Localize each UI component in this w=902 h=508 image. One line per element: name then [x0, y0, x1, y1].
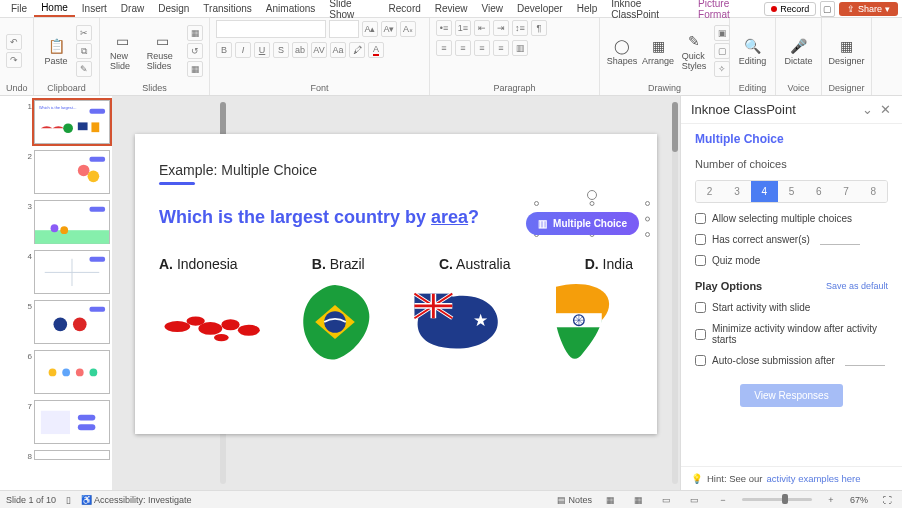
chk-auto-close-box[interactable]: [695, 355, 706, 366]
rotate-handle[interactable]: [587, 190, 597, 200]
save-default-link[interactable]: Save as default: [826, 281, 888, 291]
thumb-3[interactable]: [34, 200, 110, 244]
shape-outline-button[interactable]: ▢: [714, 43, 730, 59]
decrease-font-button[interactable]: A▾: [381, 21, 397, 37]
chk-correct-answers-box[interactable]: [695, 234, 706, 245]
record-button[interactable]: Record: [764, 2, 816, 16]
thumb-4[interactable]: [34, 250, 110, 294]
thumb-5[interactable]: [34, 300, 110, 344]
section-button[interactable]: ▦: [187, 61, 203, 77]
thumb-7[interactable]: [34, 400, 110, 444]
numbering-button[interactable]: 1≡: [455, 20, 471, 36]
tab-developer[interactable]: Developer: [510, 1, 570, 16]
italic-button[interactable]: I: [235, 42, 251, 58]
choice-6[interactable]: 6: [805, 181, 832, 202]
reset-button[interactable]: ↺: [187, 43, 203, 59]
panel-close-button[interactable]: ✕: [878, 102, 892, 117]
chk-correct-answers[interactable]: Has correct answer(s): [695, 234, 888, 245]
chk-quiz-mode[interactable]: Quiz mode: [695, 255, 888, 266]
align-justify-button[interactable]: ≡: [493, 40, 509, 56]
bold-button[interactable]: B: [216, 42, 232, 58]
tab-help[interactable]: Help: [570, 1, 605, 16]
font-family-select[interactable]: [216, 20, 326, 38]
indent-inc-button[interactable]: ⇥: [493, 20, 509, 36]
status-lang-icon[interactable]: ▯: [66, 495, 71, 505]
clear-format-button[interactable]: Aₓ: [400, 21, 416, 37]
underline-button[interactable]: U: [254, 42, 270, 58]
shapes-button[interactable]: ◯Shapes: [606, 34, 638, 68]
chk-start-with-slide[interactable]: Start activity with slide: [695, 302, 888, 313]
zoom-in-button[interactable]: +: [822, 493, 840, 507]
align-left-button[interactable]: ≡: [436, 40, 452, 56]
tab-draw[interactable]: Draw: [114, 1, 151, 16]
zoom-out-button[interactable]: −: [714, 493, 732, 507]
designer-button[interactable]: ▦Designer: [828, 34, 865, 68]
view-normal-button[interactable]: ▦: [602, 493, 620, 507]
thumb-1[interactable]: Which is the largest…: [34, 100, 110, 144]
canvas-scrollbar[interactable]: [672, 102, 678, 484]
choice-8[interactable]: 8: [860, 181, 887, 202]
correct-answers-field[interactable]: [820, 235, 860, 245]
auto-close-time-field[interactable]: [845, 356, 885, 366]
textdir-button[interactable]: ¶: [531, 20, 547, 36]
charspacing-button[interactable]: AV: [311, 42, 327, 58]
multiple-choice-object[interactable]: ▥ Multiple Choice: [526, 212, 639, 235]
tab-review[interactable]: Review: [428, 1, 475, 16]
font-size-select[interactable]: [329, 20, 359, 38]
align-right-button[interactable]: ≡: [474, 40, 490, 56]
reuse-slides-button[interactable]: ▭Reuse Slides: [143, 29, 183, 73]
fontcolor-button[interactable]: A: [368, 42, 384, 58]
bullets-button[interactable]: •≡: [436, 20, 452, 36]
zoom-slider[interactable]: [742, 498, 812, 501]
strike-button[interactable]: S: [273, 42, 289, 58]
paste-button[interactable]: 📋Paste: [40, 34, 72, 68]
tab-transitions[interactable]: Transitions: [196, 1, 259, 16]
view-sorter-button[interactable]: ▦: [630, 493, 648, 507]
indent-dec-button[interactable]: ⇤: [474, 20, 490, 36]
tab-animations[interactable]: Animations: [259, 1, 322, 16]
choice-3[interactable]: 3: [723, 181, 750, 202]
shadow-button[interactable]: ab: [292, 42, 308, 58]
tab-design[interactable]: Design: [151, 1, 196, 16]
arrange-button[interactable]: ▦Arrange: [642, 34, 674, 68]
increase-font-button[interactable]: A▴: [362, 21, 378, 37]
dictate-button[interactable]: 🎤Dictate: [782, 34, 815, 68]
chk-start-with-slide-box[interactable]: [695, 302, 706, 313]
redo-button[interactable]: ↷: [6, 52, 22, 68]
copy-button[interactable]: ⧉: [76, 43, 92, 59]
align-center-button[interactable]: ≡: [455, 40, 471, 56]
view-slideshow-button[interactable]: ▭: [686, 493, 704, 507]
notes-button[interactable]: ▤ Notes: [557, 495, 592, 505]
editing-button[interactable]: 🔍Editing: [736, 34, 769, 68]
hint-link[interactable]: activity examples here: [766, 473, 860, 484]
thumb-8[interactable]: [34, 450, 110, 460]
tab-home[interactable]: Home: [34, 0, 75, 17]
slide-content[interactable]: Example: Multiple Choice Which is the la…: [135, 134, 657, 434]
choice-2[interactable]: 2: [696, 181, 723, 202]
layout-button[interactable]: ▦: [187, 25, 203, 41]
view-responses-button[interactable]: View Responses: [740, 384, 842, 407]
tab-record[interactable]: Record: [382, 1, 428, 16]
chk-allow-multiple[interactable]: Allow selecting multiple choices: [695, 213, 888, 224]
status-accessibility[interactable]: ♿ Accessibility: Investigate: [81, 495, 192, 505]
view-reading-button[interactable]: ▭: [658, 493, 676, 507]
tab-file[interactable]: File: [4, 1, 34, 16]
chk-minimize-window[interactable]: Minimize activity window after activity …: [695, 323, 888, 345]
panel-collapse-button[interactable]: ⌄: [860, 102, 874, 117]
new-slide-button[interactable]: ▭New Slide: [106, 29, 139, 73]
columns-button[interactable]: ▥: [512, 40, 528, 56]
chk-allow-multiple-box[interactable]: [695, 213, 706, 224]
present-mode-button[interactable]: ▢: [820, 1, 835, 17]
changecase-button[interactable]: Aa: [330, 42, 346, 58]
linespacing-button[interactable]: ↕≡: [512, 20, 528, 36]
choice-7[interactable]: 7: [832, 181, 859, 202]
choice-5[interactable]: 5: [778, 181, 805, 202]
chk-quiz-mode-box[interactable]: [695, 255, 706, 266]
cut-button[interactable]: ✂: [76, 25, 92, 41]
undo-button[interactable]: ↶: [6, 34, 22, 50]
tab-view[interactable]: View: [475, 1, 511, 16]
thumb-6[interactable]: [34, 350, 110, 394]
share-button[interactable]: ⇪Share▾: [839, 2, 898, 16]
shape-fill-button[interactable]: ▣: [714, 25, 730, 41]
choice-4[interactable]: 4: [751, 181, 778, 202]
